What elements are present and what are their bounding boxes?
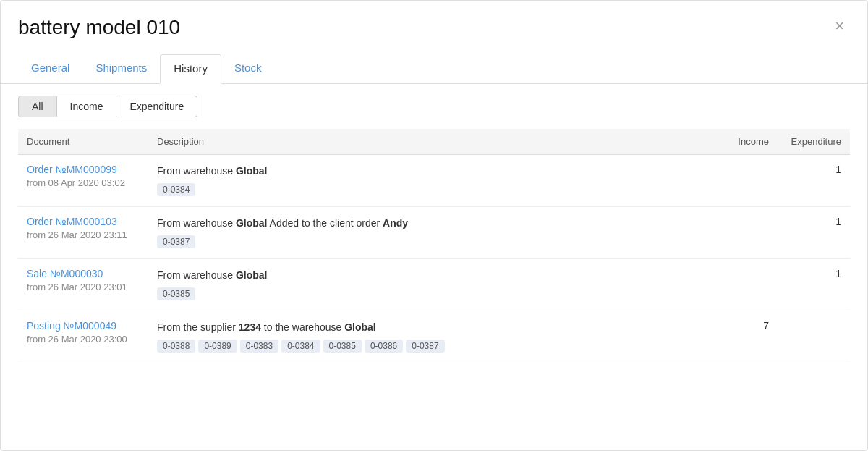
filter-all-button[interactable]: All bbox=[18, 96, 57, 117]
document-link[interactable]: Order №MM000099 bbox=[27, 164, 140, 175]
table-cell-expenditure bbox=[778, 311, 850, 363]
tag: 0-0387 bbox=[406, 340, 444, 353]
tag: 0-0384 bbox=[157, 183, 195, 196]
tabs-container: General Shipments History Stock bbox=[1, 46, 867, 84]
filter-income-button[interactable]: Income bbox=[57, 96, 117, 117]
table-cell-description: From the supplier 1234 to the warehouse … bbox=[148, 311, 720, 363]
col-header-income: Income bbox=[720, 129, 778, 155]
table-cell-expenditure: 1 bbox=[778, 206, 850, 258]
col-header-description: Description bbox=[148, 129, 720, 155]
table-row: Order №MM000103from 26 Mar 2020 23:11Fro… bbox=[18, 206, 850, 258]
table-cell-income: 7 bbox=[720, 311, 778, 363]
tag: 0-0384 bbox=[281, 340, 320, 353]
table-cell-income bbox=[720, 154, 778, 206]
table-container: Document Description Income Expenditure … bbox=[1, 129, 867, 363]
document-date: from 26 Mar 2020 23:01 bbox=[27, 282, 127, 292]
document-link[interactable]: Order №MM000103 bbox=[27, 216, 140, 227]
filter-bar: All Income Expenditure bbox=[1, 84, 867, 129]
filter-expenditure-button[interactable]: Expenditure bbox=[116, 96, 197, 117]
table-cell-description: From warehouse Global0-0384 bbox=[148, 154, 720, 206]
table-cell-document: Sale №M000030from 26 Mar 2020 23:01 bbox=[18, 258, 148, 311]
description-text: From warehouse Global bbox=[157, 164, 711, 179]
tab-general[interactable]: General bbox=[18, 54, 82, 84]
tags-container: 0-0385 bbox=[157, 287, 711, 302]
tab-shipments[interactable]: Shipments bbox=[82, 54, 160, 84]
table-cell-document: Order №MM000103from 26 Mar 2020 23:11 bbox=[18, 206, 148, 258]
table-row: Posting №M000049from 26 Mar 2020 23:00Fr… bbox=[18, 311, 850, 363]
tag: 0-0388 bbox=[157, 340, 195, 353]
tags-container: 0-0384 bbox=[157, 183, 711, 198]
tag: 0-0383 bbox=[240, 340, 278, 353]
history-table: Document Description Income Expenditure … bbox=[18, 129, 850, 363]
description-text: From warehouse Global bbox=[157, 268, 711, 283]
tag: 0-0386 bbox=[365, 340, 403, 353]
table-cell-document: Order №MM000099from 08 Apr 2020 03:02 bbox=[18, 154, 148, 206]
tag: 0-0385 bbox=[323, 340, 362, 353]
tags-container: 0-03880-03890-03830-03840-03850-03860-03… bbox=[157, 340, 711, 354]
table-header-row: Document Description Income Expenditure bbox=[18, 129, 850, 155]
tab-history[interactable]: History bbox=[160, 54, 221, 84]
table-row: Sale №M000030from 26 Mar 2020 23:01From … bbox=[18, 258, 850, 311]
description-text: From the supplier 1234 to the warehouse … bbox=[157, 320, 711, 335]
table-cell-expenditure: 1 bbox=[778, 258, 850, 311]
tags-container: 0-0387 bbox=[157, 235, 711, 250]
table-body: Order №MM000099from 08 Apr 2020 03:02Fro… bbox=[18, 154, 850, 363]
table-cell-description: From warehouse Global0-0385 bbox=[148, 258, 720, 311]
document-link[interactable]: Sale №M000030 bbox=[27, 268, 140, 279]
modal-title: battery model 010 bbox=[18, 15, 180, 40]
modal: battery model 010 × General Shipments Hi… bbox=[0, 0, 868, 451]
description-text: From warehouse Global Added to the clien… bbox=[157, 216, 711, 231]
document-date: from 08 Apr 2020 03:02 bbox=[27, 177, 125, 188]
table-cell-description: From warehouse Global Added to the clien… bbox=[148, 206, 720, 258]
tag: 0-0385 bbox=[157, 287, 195, 300]
document-link[interactable]: Posting №M000049 bbox=[27, 320, 140, 332]
col-header-document: Document bbox=[18, 129, 148, 155]
modal-header: battery model 010 × bbox=[1, 1, 867, 40]
document-date: from 26 Mar 2020 23:11 bbox=[27, 229, 127, 240]
table-cell-expenditure: 1 bbox=[778, 154, 850, 206]
table-row: Order №MM000099from 08 Apr 2020 03:02Fro… bbox=[18, 154, 850, 206]
tab-stock[interactable]: Stock bbox=[221, 54, 275, 84]
tag: 0-0389 bbox=[198, 340, 237, 353]
close-button[interactable]: × bbox=[829, 15, 850, 37]
table-cell-income bbox=[720, 258, 778, 311]
table-cell-income bbox=[720, 206, 778, 258]
tag: 0-0387 bbox=[157, 235, 195, 248]
col-header-expenditure: Expenditure bbox=[778, 129, 850, 155]
document-date: from 26 Mar 2020 23:00 bbox=[27, 334, 127, 345]
table-cell-document: Posting №M000049from 26 Mar 2020 23:00 bbox=[18, 311, 148, 363]
